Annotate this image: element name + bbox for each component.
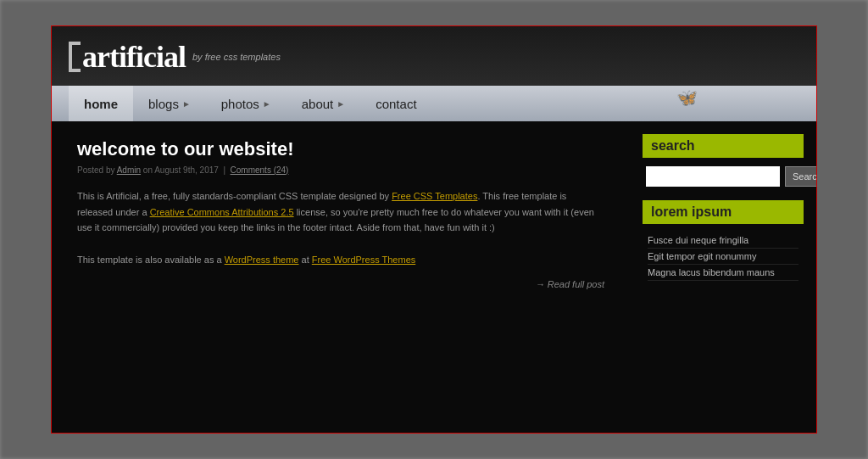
post-body: This is Artificial, a free, fully standa… [77, 188, 604, 267]
lorem-item-2: Egit tempor egit nonummy [648, 249, 798, 265]
wordpress-theme-link[interactable]: WordPress theme [225, 255, 299, 265]
search-button[interactable]: Search [785, 166, 817, 187]
post-comments-link[interactable]: Comments (24) [231, 165, 289, 175]
site-window: artificial by free css templates home bl… [51, 25, 817, 434]
lorem-widget-title: lorem ipsum [643, 200, 804, 224]
search-widget-title: search [643, 134, 804, 158]
sidebar: search Search lorem ipsum Fusce dui nequ… [630, 121, 816, 433]
nav-item-photos[interactable]: photos ► [206, 86, 287, 121]
butterfly-decoration-icon: 🦋 [676, 87, 698, 108]
photos-arrow-icon: ► [263, 99, 271, 109]
logo-text: artificial [82, 39, 186, 75]
nav-item-blogs[interactable]: blogs ► [133, 86, 206, 121]
post-title: welcome to our website! [77, 138, 604, 160]
logo-bracket-icon [69, 42, 81, 72]
nav-item-contact[interactable]: contact [360, 86, 431, 121]
lorem-list: Fusce dui neque fringilla Egit tempor eg… [643, 232, 804, 281]
main-content: welcome to our website! Posted by Admin … [52, 121, 630, 433]
search-row: Search [643, 166, 804, 187]
post-date: August 9th, 2017 [154, 165, 219, 175]
logo-subtitle: by free css templates [192, 52, 281, 62]
lorem-widget: lorem ipsum Fusce dui neque fringilla Eg… [643, 200, 804, 281]
post-meta: Posted by Admin on August 9th, 2017 | Co… [77, 165, 604, 175]
site-content: welcome to our website! Posted by Admin … [52, 121, 816, 433]
nav-item-about[interactable]: about ► [287, 86, 360, 121]
site-nav: home blogs ► photos ► about ► contact 🦋 [52, 86, 816, 121]
read-full-post-link[interactable]: → Read full post [536, 279, 604, 289]
read-more: → Read full post [77, 279, 604, 289]
search-input[interactable] [646, 166, 780, 187]
about-arrow-icon: ► [337, 99, 345, 109]
nav-item-home[interactable]: home [69, 86, 133, 121]
post-author-link[interactable]: Admin [117, 165, 141, 175]
free-wp-themes-link[interactable]: Free WordPress Themes [312, 255, 415, 265]
lorem-item-1: Fusce dui neque fringilla [648, 232, 798, 249]
search-widget: search Search [643, 134, 804, 187]
creative-commons-link[interactable]: Creative Commons Attributions 2.5 [150, 207, 294, 217]
free-css-templates-link[interactable]: Free CSS Templates [392, 191, 477, 201]
blogs-arrow-icon: ► [182, 99, 191, 109]
logo: artificial by free css templates [69, 39, 281, 75]
outer-wrapper: artificial by free css templates home bl… [0, 0, 868, 459]
site-header: artificial by free css templates [52, 26, 816, 86]
lorem-item-3: Magna lacus bibendum mauns [648, 265, 798, 281]
